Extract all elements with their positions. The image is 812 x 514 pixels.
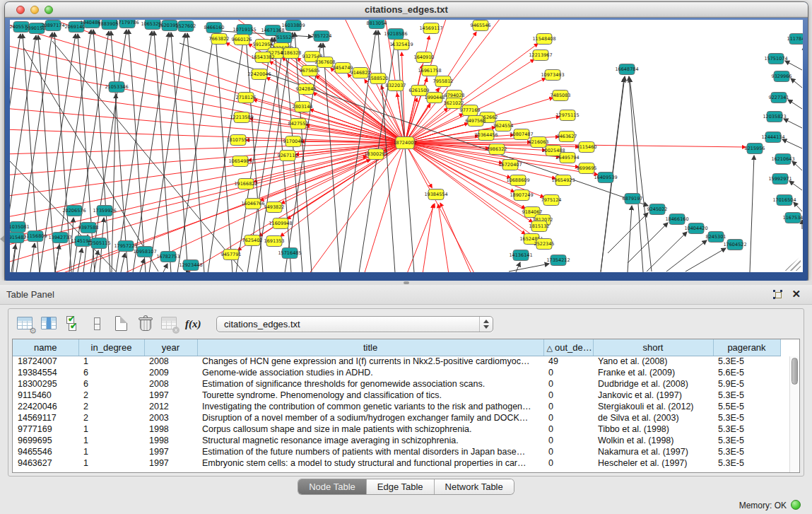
graph-node[interactable]: 17354212 xyxy=(546,255,570,266)
table-row[interactable]: 946554611997Estimation of the future num… xyxy=(13,446,780,457)
graph-node[interactable]: 2803144 xyxy=(293,102,313,112)
graph-node[interactable]: 9777169 xyxy=(460,105,481,116)
table-row[interactable]: 946362711997Embryonic stem cells: a mode… xyxy=(13,457,780,469)
graph-node[interactable]: 7663822 xyxy=(209,34,230,45)
column-header-name[interactable]: name xyxy=(13,339,78,356)
graph-node[interactable]: 12213967 xyxy=(529,50,552,61)
memory-status-icon[interactable] xyxy=(791,500,801,510)
graph-node[interactable]: 20364456 xyxy=(474,130,498,141)
close-panel-icon[interactable]: ✕ xyxy=(792,288,801,300)
table-select-dropdown[interactable]: citations_edges.txt xyxy=(216,316,493,332)
graph-node[interactable]: 1167534 xyxy=(783,213,803,223)
graph-node[interactable]: 18724007 xyxy=(393,137,416,149)
graph-node[interactable]: 7986322 xyxy=(487,144,507,155)
graph-node[interactable]: 16648784 xyxy=(615,64,638,75)
row-height-icon[interactable] xyxy=(88,314,107,334)
table-settings-icon[interactable]: ⚙ xyxy=(16,314,35,334)
graph-node[interactable]: 1588520 xyxy=(368,74,389,84)
table-row[interactable]: 1830029562008Estimation of significance … xyxy=(13,378,780,390)
graph-node[interactable]: 14136141 xyxy=(509,250,532,261)
table-row[interactable]: 2242004622012Investigating the contribut… xyxy=(13,401,780,412)
graph-node[interactable]: 1815132 xyxy=(529,221,550,232)
graph-node[interactable]: 9329966 xyxy=(772,71,792,82)
table-row[interactable]: 911546021997Tourette syndrome. Phenomeno… xyxy=(13,390,780,401)
graph-node[interactable]: 17016504 xyxy=(772,195,796,206)
graph-node[interactable]: 16782753 xyxy=(156,252,180,262)
graph-node[interactable]: 16046766 xyxy=(241,199,264,209)
graph-node[interactable]: 15716485 xyxy=(278,248,301,259)
splitter-handle-icon[interactable] xyxy=(404,281,409,284)
graph-node[interactable]: 2522345 xyxy=(534,239,555,250)
graph-node[interactable]: 19166822 xyxy=(234,179,257,189)
graph-node[interactable]: 12975115 xyxy=(555,110,579,121)
column-header-in_degree[interactable]: in_degree xyxy=(78,339,144,356)
graph-node[interactable]: 9170046 xyxy=(283,136,304,147)
tab-edge-table[interactable]: Edge Table xyxy=(367,479,435,494)
graph-node[interactable]: 6879197 xyxy=(623,194,643,204)
table-row[interactable]: 1872400712008Changes of HCN gene express… xyxy=(13,356,780,367)
graph-node[interactable]: 9267110 xyxy=(278,151,298,161)
graph-node[interactable]: 12035823 xyxy=(763,112,786,122)
graph-node[interactable]: 8427552 xyxy=(288,119,309,129)
graph-node[interactable]: 15751074 xyxy=(764,54,787,64)
column-header-pagerank[interactable]: pagerank xyxy=(713,339,780,356)
window-titlebar[interactable]: citations_edges.txt xyxy=(5,2,808,18)
graph-node[interactable]: 7515526 xyxy=(274,33,295,43)
graph-node[interactable]: 5493822 xyxy=(264,202,285,213)
graph-node[interactable]: 15992971 xyxy=(768,174,792,185)
panel-collapse-arrow-icon[interactable] xyxy=(0,235,4,243)
graph-node[interactable]: 1640910 xyxy=(414,52,435,63)
graph-node[interactable]: 8245301 xyxy=(706,232,726,243)
graph-node[interactable]: 19654923 xyxy=(551,175,575,186)
graph-node[interactable]: 21035081 xyxy=(10,222,30,233)
graph-node[interactable]: 9227341 xyxy=(769,93,789,103)
graph-node[interactable]: 7485083 xyxy=(551,90,571,101)
function-fx-icon[interactable]: f(x) xyxy=(184,314,204,334)
graph-node[interactable]: 10719155 xyxy=(233,25,256,35)
graph-node[interactable]: 9465546 xyxy=(471,21,491,31)
graph-node[interactable]: 8813054 xyxy=(367,20,387,29)
graph-node[interactable]: 16033809 xyxy=(281,21,305,31)
table-row[interactable]: 977716911998Corpus callosum shape and si… xyxy=(13,424,780,435)
graph-node[interactable]: 6261509 xyxy=(409,86,430,96)
graph-node[interactable]: 1990448 xyxy=(425,93,445,103)
tab-node-table[interactable]: Node Table xyxy=(298,479,367,494)
graph-node[interactable]: 16210643 xyxy=(771,154,794,165)
graph-node[interactable]: 9245022 xyxy=(647,204,668,215)
graph-node[interactable]: 17604522 xyxy=(723,240,746,250)
column-header-title[interactable]: title xyxy=(197,339,543,356)
graph-node[interactable]: 7625402 xyxy=(242,235,263,246)
graph-node[interactable]: 1527602 xyxy=(176,21,196,32)
table-row[interactable]: 1456911722003Disruption of a novel membe… xyxy=(13,412,780,424)
graph-node[interactable]: 1621022 xyxy=(444,98,464,109)
graph-node[interactable]: 9397588 xyxy=(78,223,99,233)
graph-node[interactable]: 7975124 xyxy=(541,195,562,206)
graph-node[interactable]: 8466160 xyxy=(204,23,225,33)
column-visibility-icon[interactable] xyxy=(40,314,59,334)
graph-node[interactable]: 7857224 xyxy=(312,31,332,42)
graph-node[interactable]: 8186328 xyxy=(281,48,302,59)
graph-node[interactable]: 10654985 xyxy=(228,156,252,167)
graph-node[interactable]: 16961758 xyxy=(418,66,441,76)
select-rows-icon[interactable] xyxy=(64,314,83,334)
graph-node[interactable]: 19384554 xyxy=(424,189,447,200)
graph-node[interactable]: 9675685 xyxy=(300,66,320,76)
table-row[interactable]: 1938455462009Genome-wide association stu… xyxy=(13,367,780,378)
graph-node[interactable]: 18466160 xyxy=(665,214,688,225)
graph-node[interactable]: 9463627 xyxy=(557,132,577,142)
graph-node[interactable]: 14569117 xyxy=(419,23,442,34)
graph-node[interactable]: 16409539 xyxy=(594,173,617,183)
column-header-year[interactable]: year xyxy=(144,339,197,356)
tab-network-table[interactable]: Network Table xyxy=(435,479,514,494)
graph-node[interactable]: 19218586 xyxy=(384,29,407,40)
table-scrollbar[interactable] xyxy=(789,356,799,472)
graph-node[interactable]: 6216063 xyxy=(529,137,549,148)
new-file-icon[interactable] xyxy=(112,314,131,334)
graph-node[interactable]: 8322037 xyxy=(386,81,406,91)
graph-node[interactable]: 6497568 xyxy=(466,116,486,127)
graph-node[interactable]: 12923448 xyxy=(179,260,202,271)
graph-node[interactable]: 12444134 xyxy=(761,132,784,143)
graph-node[interactable]: 9242848 xyxy=(296,84,317,95)
graph-node[interactable]: 21053346 xyxy=(105,82,128,93)
graph-node[interactable]: 9457791 xyxy=(221,250,242,260)
